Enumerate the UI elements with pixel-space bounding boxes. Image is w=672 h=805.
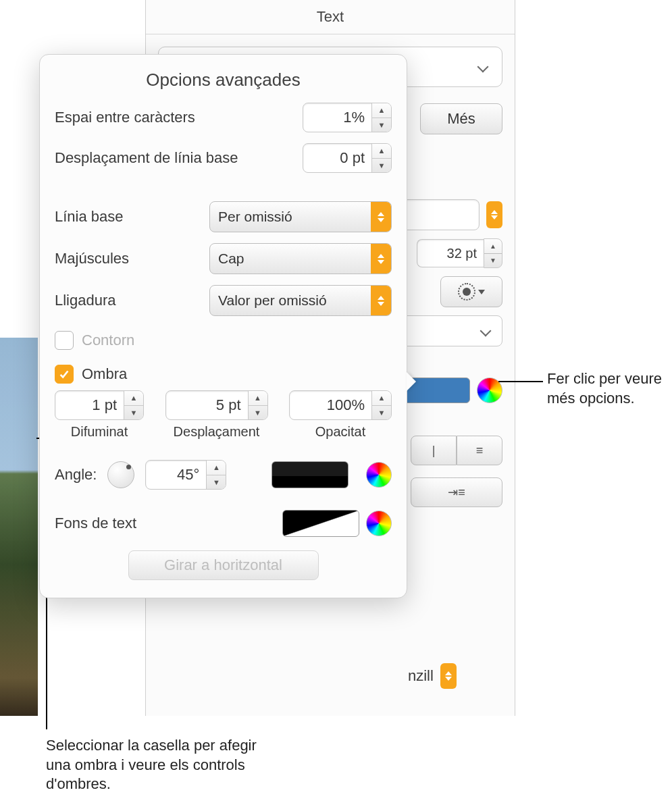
char-spacing-value[interactable]: 1% — [303, 103, 371, 132]
align-option-1[interactable]: | — [411, 436, 457, 465]
advanced-options-gear-button[interactable] — [440, 276, 502, 307]
baseline-shift-value[interactable]: 0 pt — [303, 144, 371, 172]
callout-shadow-checkbox: Seleccionar la casella per afegir una om… — [46, 736, 276, 794]
caps-label: Majúscules — [55, 250, 129, 267]
shadow-checkbox[interactable] — [55, 365, 74, 384]
ligature-label: Lligadura — [55, 292, 116, 309]
caps-value: Cap — [210, 251, 371, 267]
spacing-value-fragment: nzill — [408, 667, 434, 685]
more-styles-button[interactable]: Més — [420, 103, 502, 134]
align-option-2[interactable]: ≡ — [457, 436, 502, 465]
outline-row: Contorn — [55, 331, 392, 350]
line-base-popup[interactable]: Per omissió — [209, 201, 392, 232]
stepper-arrows-icon[interactable]: ▲▼ — [124, 391, 143, 419]
angle-label: Angle: — [55, 466, 97, 484]
stepper-arrows-icon[interactable]: ▲▼ — [371, 391, 391, 419]
outline-checkbox[interactable] — [55, 331, 74, 350]
font-size-stepper[interactable]: 32 pt ▲▼ — [417, 238, 502, 268]
angle-stepper[interactable]: 45° ▲▼ — [145, 460, 226, 490]
angle-knob[interactable] — [107, 461, 134, 488]
char-spacing-label: Espai entre caràcters — [55, 109, 195, 126]
shadow-offset-stepper[interactable]: 5 pt ▲▼ — [165, 390, 268, 420]
angle-value[interactable]: 45° — [146, 461, 206, 489]
shadow-label: Ombra — [82, 365, 127, 383]
document-photo-preview — [0, 338, 38, 716]
rotate-horizontal-button[interactable]: Girar a horitzontal — [128, 550, 319, 580]
indent-button[interactable]: ⇥≡ — [411, 477, 502, 507]
baseline-shift-label: Desplaçament de línia base — [55, 149, 238, 167]
chevron-down-icon — [477, 61, 490, 73]
baseline-shift-stepper[interactable]: 0 pt ▲▼ — [303, 143, 392, 173]
shadow-color-swatch[interactable] — [272, 461, 348, 488]
ligature-value: Valor per omissió — [210, 292, 371, 309]
shadow-offset-value[interactable]: 5 pt — [166, 391, 248, 419]
shadow-blur-stepper[interactable]: 1 pt ▲▼ — [55, 390, 144, 420]
shadow-blur-value[interactable]: 1 pt — [55, 391, 124, 419]
popup-arrows-icon — [371, 202, 391, 232]
advanced-options-popover: Opcions avançades Espai entre caràcters … — [39, 54, 407, 598]
popover-title: Opcions avançades — [55, 70, 392, 90]
caps-popup[interactable]: Cap — [209, 243, 392, 274]
stepper-arrows-icon[interactable]: ▲▼ — [371, 144, 391, 172]
stepper-arrows-icon[interactable]: ▲▼ — [484, 238, 502, 268]
popup-arrows-icon — [371, 286, 391, 315]
color-picker-wheel-icon[interactable] — [366, 511, 392, 536]
font-family-stepper[interactable] — [486, 201, 502, 228]
shadow-offset-label: Desplaçament — [174, 424, 260, 440]
text-bg-color-swatch[interactable] — [282, 510, 359, 537]
outline-label: Contorn — [82, 332, 134, 349]
chevron-down-icon — [480, 325, 492, 337]
shadow-blur-label: Difuminat — [71, 424, 128, 440]
chevron-down-icon — [478, 290, 485, 294]
checkmark-icon — [58, 368, 70, 380]
spacing-dropdown-peek: nzill — [408, 663, 457, 689]
stepper-arrows-icon[interactable]: ▲▼ — [206, 461, 226, 489]
shadow-row: Ombra — [55, 365, 392, 384]
spacing-stepper[interactable] — [440, 663, 457, 689]
shadow-opacity-label: Opacitat — [315, 424, 365, 440]
callout-leader-line — [498, 381, 543, 382]
font-size-value[interactable]: 32 pt — [417, 239, 484, 267]
ligature-popup[interactable]: Valor per omissió — [209, 285, 392, 316]
gear-icon — [458, 283, 475, 301]
char-spacing-stepper[interactable]: 1% ▲▼ — [303, 103, 392, 132]
popup-arrows-icon — [371, 244, 391, 274]
stepper-arrows-icon[interactable]: ▲▼ — [371, 103, 391, 132]
text-bg-label: Fons de text — [55, 515, 136, 532]
line-base-value: Per omissió — [210, 209, 371, 225]
justify-icon: ≡ — [476, 444, 484, 458]
stepper-arrows-icon[interactable]: ▲▼ — [248, 391, 267, 419]
line-base-label: Línia base — [55, 208, 124, 226]
shadow-opacity-stepper[interactable]: 100% ▲▼ — [289, 390, 392, 420]
align-icon: | — [432, 444, 436, 458]
shadow-opacity-value[interactable]: 100% — [290, 391, 371, 419]
inspector-tab-text[interactable]: Text — [146, 0, 515, 34]
color-picker-wheel-icon[interactable] — [366, 462, 392, 488]
indent-icon: ⇥≡ — [448, 485, 465, 500]
callout-gear: Fer clic per veure més opcions. — [547, 369, 665, 408]
